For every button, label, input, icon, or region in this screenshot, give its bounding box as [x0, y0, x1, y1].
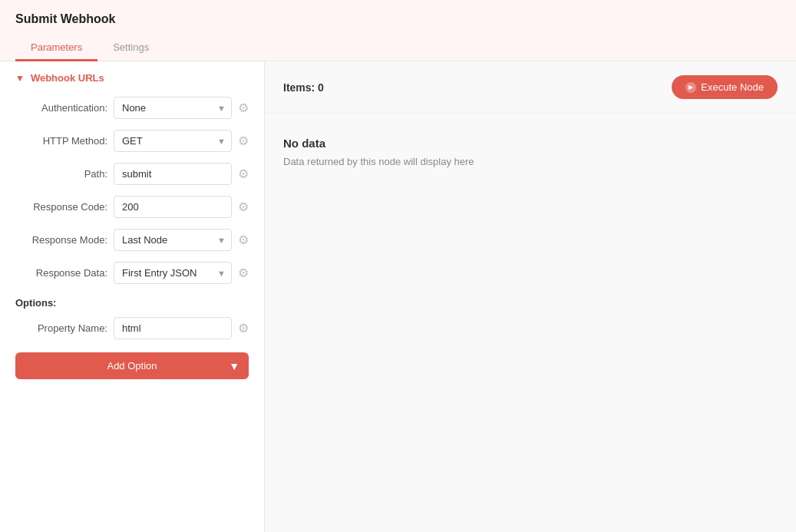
play-icon: ▶: [685, 82, 696, 93]
http-method-row: HTTP Method: GET POST PUT PATCH DELETE ▼…: [0, 124, 264, 157]
settings-icon[interactable]: ⚙: [238, 266, 249, 280]
settings-icon[interactable]: ⚙: [238, 233, 249, 247]
authentication-row: Authentication: None Basic Auth Header A…: [0, 91, 264, 124]
response-data-select[interactable]: First Entry JSON All Entries JSON Binary: [114, 262, 232, 284]
http-method-select[interactable]: GET POST PUT PATCH DELETE: [114, 130, 232, 152]
response-mode-row: Response Mode: Last Node First Entry All…: [0, 223, 264, 256]
response-code-row: Response Code: ⚙: [0, 190, 264, 223]
response-data-control: First Entry JSON All Entries JSON Binary…: [114, 262, 232, 284]
tab-settings[interactable]: Settings: [97, 35, 164, 61]
settings-icon[interactable]: ⚙: [238, 134, 249, 148]
authentication-label: Authentication:: [15, 102, 107, 114]
path-row: Path: ⚙: [0, 157, 264, 190]
http-method-label: HTTP Method:: [15, 135, 107, 147]
chevron-down-icon: ▼: [229, 360, 239, 372]
authentication-select[interactable]: None Basic Auth Header Auth: [114, 97, 232, 119]
property-name-input[interactable]: [114, 317, 232, 339]
response-mode-select[interactable]: Last Node First Entry All Entries: [114, 229, 232, 251]
page-title: Submit Webhook: [15, 12, 781, 26]
settings-icon[interactable]: ⚙: [238, 101, 249, 115]
left-panel: ▼ Webhook URLs Authentication: None Basi…: [0, 61, 265, 532]
add-option-label: Add Option: [107, 360, 157, 372]
main-layout: ▼ Webhook URLs Authentication: None Basi…: [0, 61, 796, 532]
execute-btn-label: Execute Node: [701, 81, 764, 93]
authentication-control: None Basic Auth Header Auth ▼: [114, 97, 232, 119]
app-header: Submit Webhook Parameters Settings: [0, 0, 796, 61]
tab-bar: Parameters Settings: [15, 35, 781, 61]
right-header: Items: 0 ▶ Execute Node: [265, 61, 796, 114]
response-mode-control: Last Node First Entry All Entries ▼: [114, 229, 232, 251]
property-name-label: Property Name:: [15, 322, 107, 334]
webhook-urls-section: ▼ Webhook URLs: [0, 61, 264, 91]
add-option-button[interactable]: Add Option ▼: [15, 352, 249, 379]
no-data-area: No data Data returned by this node will …: [265, 114, 796, 190]
chevron-icon: ▼: [15, 73, 25, 84]
property-name-control: [114, 317, 232, 339]
section-label: Webhook URLs: [31, 72, 104, 84]
no-data-description: Data returned by this node will display …: [283, 156, 778, 167]
settings-icon[interactable]: ⚙: [238, 167, 249, 181]
response-code-control: [114, 196, 232, 218]
path-label: Path:: [15, 168, 107, 180]
options-section-label: Options:: [0, 289, 264, 312]
path-control: [114, 163, 232, 185]
tab-parameters[interactable]: Parameters: [15, 35, 97, 61]
right-panel: Items: 0 ▶ Execute Node No data Data ret…: [265, 61, 796, 532]
settings-icon[interactable]: ⚙: [238, 200, 249, 214]
property-name-row: Property Name: ⚙: [0, 312, 264, 345]
response-code-label: Response Code:: [15, 201, 107, 213]
execute-node-button[interactable]: ▶ Execute Node: [672, 75, 778, 99]
items-count: Items: 0: [283, 81, 324, 94]
http-method-control: GET POST PUT PATCH DELETE ▼: [114, 130, 232, 152]
response-data-row: Response Data: First Entry JSON All Entr…: [0, 256, 264, 289]
no-data-title: No data: [283, 137, 778, 150]
response-data-label: Response Data:: [15, 267, 107, 279]
settings-icon[interactable]: ⚙: [238, 321, 249, 335]
path-input[interactable]: [114, 163, 232, 185]
response-code-input[interactable]: [114, 196, 232, 218]
response-mode-label: Response Mode:: [15, 234, 107, 246]
